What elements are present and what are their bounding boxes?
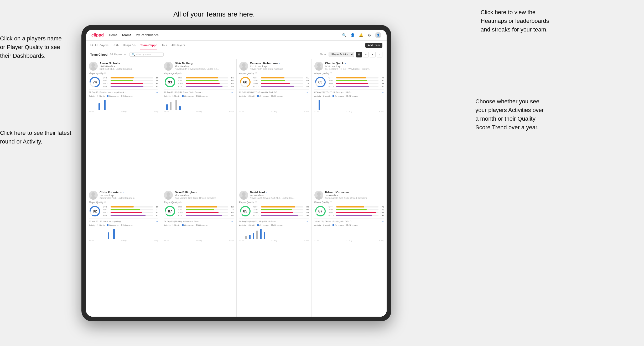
- filter-icon[interactable]: ▼: [370, 52, 376, 57]
- nav-my-performance[interactable]: My Performance: [136, 32, 159, 38]
- off-course-legend[interactable]: Off course: [121, 224, 133, 226]
- nav-home[interactable]: Home: [109, 32, 117, 38]
- off-course-legend[interactable]: Off course: [271, 95, 283, 97]
- tab-team-clippd[interactable]: Team Clippd: [140, 41, 157, 50]
- chart-bar: [315, 239, 316, 239]
- latest-round[interactable]: 03 Mar 23 | 19, Must make putting →: [89, 219, 158, 223]
- score-circle[interactable]: 82: [89, 205, 101, 217]
- round-arrow[interactable]: →: [381, 91, 384, 94]
- score-circle[interactable]: 68: [239, 76, 251, 88]
- player-card[interactable]: Aaron Nicholls 11-15 Handicap Drift Golf…: [86, 59, 161, 188]
- player-info: David Ford ✓ 1-5 Handicap Royal North De…: [250, 191, 309, 199]
- quality-info-icon[interactable]: ⓘ: [330, 201, 332, 204]
- player-name[interactable]: Charlie Quick ✓: [325, 62, 384, 65]
- tab-pga[interactable]: PGA: [113, 41, 119, 50]
- stat-row: OTT 82: [178, 206, 233, 208]
- off-course-legend[interactable]: Off course: [346, 224, 358, 226]
- player-name[interactable]: Dave Billingham: [175, 191, 233, 194]
- score-circle[interactable]: 87: [164, 205, 176, 217]
- quality-info-icon[interactable]: ⓘ: [255, 201, 257, 204]
- quality-info-icon[interactable]: ⓘ: [104, 201, 106, 204]
- profile-icon[interactable]: 👤: [350, 33, 355, 38]
- chart-bar: [315, 110, 316, 110]
- round-arrow[interactable]: →: [381, 220, 384, 223]
- quality-info-icon[interactable]: ⓘ: [104, 72, 106, 75]
- quality-info-icon[interactable]: ⓘ: [255, 72, 257, 75]
- round-arrow[interactable]: →: [156, 220, 158, 223]
- quality-info-icon[interactable]: ⓘ: [330, 72, 332, 75]
- round-arrow[interactable]: →: [306, 220, 309, 223]
- player-card[interactable]: David Ford ✓ 1-5 Handicap Royal North De…: [237, 188, 311, 317]
- settings-icon[interactable]: ⚙: [367, 33, 372, 38]
- player-card[interactable]: Charlie Quick ✓ 6-10 Handicap St. George…: [312, 59, 387, 188]
- on-course-legend[interactable]: On course: [333, 95, 344, 97]
- stat-bar-fill: [261, 209, 292, 210]
- avatar[interactable]: 👤: [375, 32, 381, 38]
- score-circle[interactable]: 93: [164, 76, 176, 88]
- edit-icon[interactable]: ✏: [124, 53, 126, 56]
- on-course-legend[interactable]: On course: [107, 95, 119, 97]
- off-course-legend[interactable]: Off course: [121, 95, 133, 97]
- on-course-legend[interactable]: On course: [333, 224, 344, 226]
- latest-round[interactable]: 02 Sep 23 | Sunrise round to get back in…: [89, 89, 158, 94]
- nav-bar: clippd Home Teams My Performance 🔍 👤 🔔 ⚙…: [86, 30, 387, 41]
- on-course-legend[interactable]: On course: [107, 224, 119, 226]
- score-circle[interactable]: 87: [314, 205, 326, 217]
- on-course-legend[interactable]: On course: [257, 224, 269, 226]
- chart-bar: [95, 110, 96, 110]
- off-course-legend[interactable]: Off course: [271, 224, 283, 226]
- latest-round[interactable]: 07 Aug 23 | 77 (+7), St George's Hill GC…: [314, 89, 384, 94]
- off-course-legend[interactable]: Off course: [346, 95, 358, 97]
- stat-row: PUTT 86: [329, 85, 384, 88]
- player-name[interactable]: Aaron Nicholls: [100, 62, 158, 65]
- search-box[interactable]: 🔍 Filter by name: [129, 52, 164, 57]
- search-icon[interactable]: 🔍: [341, 33, 347, 38]
- bell-icon[interactable]: 🔔: [358, 33, 363, 38]
- latest-round[interactable]: 26 Aug 23 | 73 (+1), Royal North Devon G…: [164, 89, 233, 94]
- score-circle[interactable]: 74: [89, 76, 101, 88]
- off-course-legend[interactable]: Off course: [196, 95, 208, 97]
- quality-info-icon[interactable]: ⓘ: [179, 72, 181, 75]
- grid-view-icon[interactable]: ⊞: [356, 52, 362, 57]
- player-card[interactable]: Edward Crossman 1-5 Handicap Sunningdale…: [312, 188, 387, 317]
- latest-round[interactable]: 26 Aug 23 | 84 (+12), Royal North Devon …: [239, 219, 309, 223]
- player-card[interactable]: Dave Billingham Plus Handicap Sog Maging…: [161, 188, 236, 317]
- latest-round[interactable]: 18 Jul 23 | 74 (+4), Sunningdale GC - Ol…: [314, 219, 384, 223]
- date-mid: 21 Aug: [196, 110, 202, 112]
- player-card[interactable]: Chris Robertson ✓ 1-5 Handicap Craigmill…: [86, 188, 161, 317]
- player-card[interactable]: Cameron Robertson ✓ 11-15 Handicap Royal…: [237, 59, 311, 188]
- chart-bar: [89, 110, 91, 110]
- add-team-button[interactable]: Add Team: [365, 43, 382, 48]
- round-arrow[interactable]: →: [306, 91, 309, 94]
- on-course-legend[interactable]: On course: [182, 95, 194, 97]
- date-mid: 21 Aug: [346, 239, 352, 241]
- stat-row: APP 77: [103, 209, 158, 211]
- score-circle[interactable]: 85: [239, 205, 251, 217]
- stat-bar-bg: [111, 86, 153, 87]
- on-course-legend[interactable]: On course: [182, 224, 194, 226]
- round-arrow[interactable]: →: [231, 91, 234, 94]
- player-name[interactable]: Blair McHarg: [175, 62, 233, 65]
- player-name[interactable]: David Ford ✓: [250, 191, 309, 194]
- quality-info-icon[interactable]: ⓘ: [179, 201, 181, 204]
- score-circle[interactable]: 83: [314, 76, 326, 88]
- player-card[interactable]: Blair McHarg Plus Handicap Royal North D…: [161, 59, 236, 188]
- off-course-legend[interactable]: Off course: [196, 224, 208, 226]
- latest-round[interactable]: 02 Jul 23 | 59 (+17), Craigmillar Park G…: [239, 89, 309, 94]
- player-name[interactable]: Cameron Robertson ✓: [250, 62, 309, 65]
- tab-tour[interactable]: Tour: [162, 41, 167, 50]
- tab-hcaps[interactable]: Hcaps 1-5: [123, 41, 136, 50]
- latest-round[interactable]: 04 Sep 23 | Mobility with coach, Gym →: [164, 219, 233, 223]
- show-select[interactable]: Player Activity: [329, 52, 354, 57]
- list-view-icon[interactable]: ≡: [363, 52, 369, 57]
- on-course-legend[interactable]: On course: [257, 95, 269, 97]
- sort-icon[interactable]: ↕: [377, 52, 382, 57]
- player-name[interactable]: Chris Robertson ✓: [100, 191, 158, 194]
- tab-all-players[interactable]: All Players: [172, 41, 185, 50]
- round-arrow[interactable]: →: [231, 220, 234, 223]
- nav-teams[interactable]: Teams: [122, 32, 131, 38]
- round-arrow[interactable]: →: [156, 91, 158, 94]
- player-name[interactable]: Edward Crossman: [325, 191, 384, 194]
- tab-pgat-players[interactable]: PGAT Players: [90, 41, 108, 50]
- chart-bar: [166, 239, 168, 239]
